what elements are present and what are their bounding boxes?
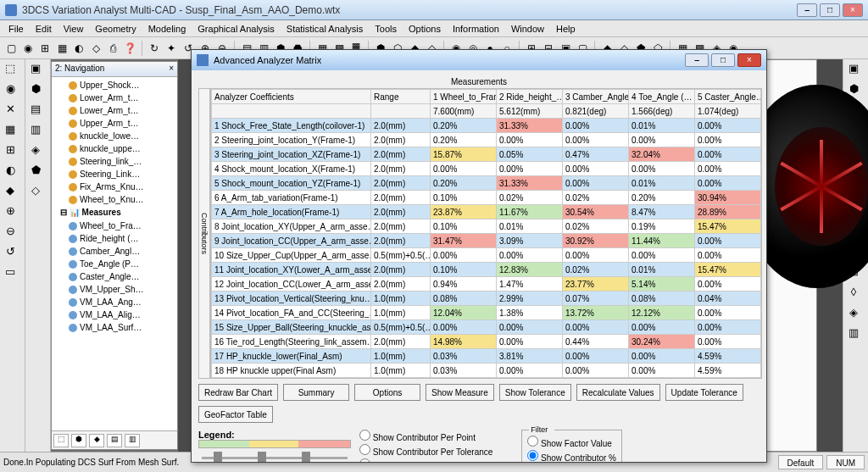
nav-tree[interactable]: Upper_Shock…Lower_Arm_t…Lower_Arm_t…Uppe… (52, 77, 177, 430)
geofactorправtable-button[interactable]: GeoFactor Table (198, 406, 273, 423)
tb-icon[interactable]: ▦ (2, 122, 19, 139)
nav-close-icon[interactable]: × (169, 64, 174, 75)
minimize-button[interactable]: ‒ (797, 3, 817, 17)
status-default[interactable]: Default (778, 455, 824, 469)
tree-item[interactable]: Fix_Arms_Knu… (53, 180, 175, 193)
tree-item[interactable]: knuckle_lowe… (53, 130, 175, 142)
tb-icon[interactable]: ⬚ (2, 61, 19, 78)
tb-icon[interactable]: ◐ (2, 163, 19, 180)
toolbar-button[interactable]: ◐ (71, 41, 86, 56)
grid-row-label[interactable]: 4 Shock_mount_location_X(Frame-1) (212, 162, 371, 176)
tb-icon[interactable]: ◉ (2, 81, 19, 98)
tb-icon[interactable]: ◆ (2, 183, 19, 200)
tb-icon[interactable]: ◇ (27, 183, 44, 200)
summary-button[interactable]: Summary (283, 384, 349, 401)
menu-graphical-analysis[interactable]: Graphical Analysis (192, 22, 280, 36)
tb-icon[interactable]: ▥ (845, 325, 862, 342)
toolbar-button[interactable]: ◉ (20, 41, 36, 56)
tree-item[interactable]: Ride_height (… (53, 232, 175, 245)
showправtolerance-button[interactable]: Show Tolerance (499, 384, 571, 401)
grid-row-label[interactable]: 6 A_Arm_tab_variation(Frame-1) (212, 191, 371, 205)
grid-row-label[interactable]: 17 HP_knuckle_lower(Final_Asm) (212, 349, 371, 364)
menu-statistical-analysis[interactable]: Statistical Analysis (281, 22, 368, 36)
tb-icon[interactable]: ✕ (2, 102, 19, 119)
tb-icon[interactable]: ↺ (2, 244, 19, 261)
grid-header[interactable]: 3 Camber_Angle… (563, 90, 629, 104)
grid-row-label[interactable]: 5 Shock_mount_location_YZ(Frame-1) (212, 176, 371, 191)
grid-row-label[interactable]: 10 Size_Upper_Cup(Upper_A_arm_asse… (212, 248, 371, 263)
tb-icon[interactable]: ▥ (27, 122, 44, 139)
menu-tools[interactable]: Tools (370, 22, 402, 36)
toolbar-button[interactable]: ◇ (88, 41, 103, 56)
analyzer-grid[interactable]: Analyzer CoefficientsRange1 Wheel_to_Fra… (210, 88, 762, 379)
dialog-max-button[interactable]: □ (711, 53, 735, 67)
tree-item[interactable]: VM_LAA_Surf… (53, 321, 175, 334)
radio-option[interactable] (359, 458, 370, 462)
tree-item[interactable]: Lower_Arm_t… (53, 92, 175, 104)
redrawправbarправchart-button[interactable]: Redraw Bar Chart (198, 384, 278, 401)
toolbar-button[interactable]: ⊞ (37, 41, 53, 56)
nav-btn[interactable]: ▥ (125, 434, 140, 447)
tb-icon[interactable]: ⬢ (27, 81, 44, 98)
nav-btn[interactable]: ◆ (89, 434, 104, 447)
menu-information[interactable]: Information (448, 22, 504, 36)
toolbar-button[interactable]: ▢ (3, 41, 19, 56)
menu-window[interactable]: Window (506, 22, 549, 36)
grid-header[interactable]: 2 Ride_height_… (497, 90, 563, 104)
grid-row-label[interactable]: 8 Joint_location_XY(Upper_A_arm_asse… (212, 219, 371, 234)
tb-icon[interactable]: ▣ (845, 61, 862, 78)
nav-btn[interactable]: ▤ (107, 434, 122, 447)
radio-option[interactable] (527, 436, 538, 447)
grid-row-label[interactable]: 16 Tie_rod_Length(Steering_link_assem… (212, 335, 371, 349)
grid-row-label[interactable]: 2 Steering_joint_location_Y(Frame-1) (212, 133, 371, 147)
tree-item[interactable]: knuckle_uppe… (53, 142, 175, 155)
grid-row-label[interactable]: 18 HP knuckle upper(Final Asm) (212, 364, 371, 378)
grid-header[interactable]: 4 Toe_Angle (… (629, 90, 695, 104)
tb-icon[interactable]: ▣ (27, 61, 44, 78)
tb-icon[interactable]: ◊ (845, 285, 862, 302)
grid-row-label[interactable]: 1 Shock_Free_State_Length(coilover-1) (212, 119, 371, 133)
nav-btn[interactable]: ⬢ (71, 434, 86, 447)
menu-file[interactable]: File (3, 22, 29, 36)
grid-header[interactable]: 1 Wheel_to_Frame_r… (431, 90, 497, 104)
tree-item[interactable]: Camber_Angl… (53, 245, 175, 258)
tb-icon[interactable]: ⊕ (2, 203, 19, 220)
legend-slider[interactable]: 5 15 25 (198, 452, 351, 462)
tree-item[interactable]: Toe_Angle (P… (53, 258, 175, 270)
radio-option[interactable] (359, 444, 370, 455)
menu-modeling[interactable]: Modeling (143, 22, 192, 36)
grid-row-label[interactable]: 3 Steering_joint_location_XZ(Frame-1) (212, 147, 371, 162)
toolbar-button[interactable]: ⎙ (105, 41, 120, 56)
tb-icon[interactable]: ⬟ (27, 163, 44, 180)
tb-icon[interactable]: ◈ (27, 142, 44, 159)
tree-item[interactable]: Upper_Arm_t… (53, 117, 175, 130)
recalculateправvalues-button[interactable]: Recalculate Values (576, 384, 660, 401)
toolbar-button[interactable]: ✦ (164, 41, 179, 56)
radio-option[interactable] (527, 450, 538, 461)
toolbar-button[interactable]: ❓ (122, 41, 137, 56)
grid-row-label[interactable]: 12 Joint_location_CC(Lower_A_arm_asse… (212, 277, 371, 292)
maximize-button[interactable]: □ (820, 3, 840, 17)
menu-view[interactable]: View (58, 22, 89, 36)
tree-group-measures[interactable]: ⊟ 📊 Measures (53, 206, 175, 219)
toolbar-button[interactable]: ↻ (147, 41, 162, 56)
menu-edit[interactable]: Edit (31, 22, 57, 36)
tb-icon[interactable]: ⊖ (2, 224, 19, 241)
tree-item[interactable]: Wheel_to_Fra… (53, 219, 175, 232)
grid-row-label[interactable]: 11 Joint_location_XY(Lower_A_arm_asse… (212, 263, 371, 277)
grid-header[interactable]: 5 Caster_Angle… (695, 90, 761, 104)
menu-options[interactable]: Options (403, 22, 446, 36)
dialog-close-button[interactable]: × (737, 53, 761, 67)
grid-header[interactable]: Range (371, 90, 431, 104)
contributors-tab[interactable]: Contributors (198, 88, 210, 379)
updateправtolerance-button[interactable]: Update Tolerance (665, 384, 743, 401)
menu-geometry[interactable]: Geometry (90, 22, 141, 36)
showправmeasure-button[interactable]: Show Measure (426, 384, 494, 401)
toolbar-button[interactable]: ▦ (54, 41, 70, 56)
options-button[interactable]: Options (354, 384, 420, 401)
close-button[interactable]: × (843, 3, 863, 17)
tree-item[interactable]: Steering_Link… (53, 168, 175, 180)
tree-item[interactable]: VM_LAA_Alig… (53, 308, 175, 321)
nav-header[interactable]: 2: Navigation × (52, 62, 177, 77)
dialog-titlebar[interactable]: Advanced Analyzer Matrix ‒ □ × (192, 50, 766, 70)
